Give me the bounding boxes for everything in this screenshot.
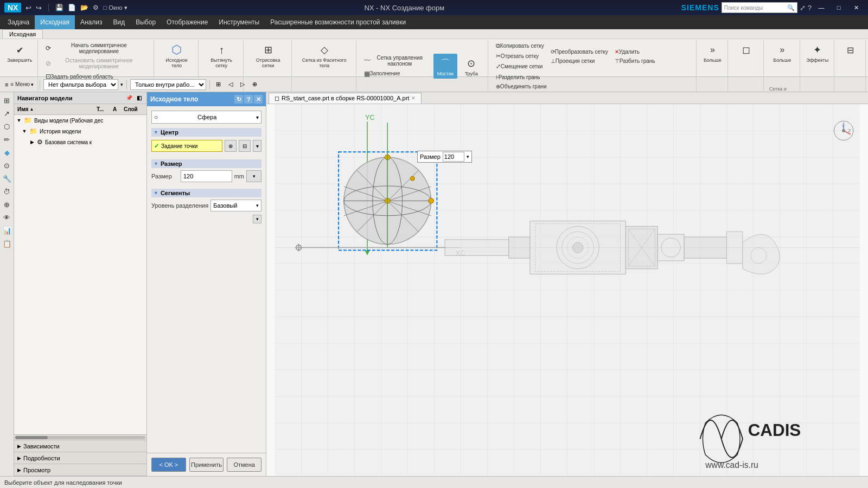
point-selector-button[interactable]: ⊕ (225, 140, 237, 152)
sidebar-icon-4[interactable]: ✏ (1, 133, 13, 145)
maximize-button[interactable]: □ (831, 2, 846, 13)
nav-item-history[interactable]: ▼ 📁 История модели (14, 126, 146, 137)
segments-section-header[interactable]: ▼ Сегменты (151, 189, 261, 197)
dialog-close-button[interactable]: ✕ (254, 95, 263, 104)
menu-task[interactable]: Задача (2, 15, 35, 29)
extrude-button[interactable]: ↑ Вытянуть сетку (204, 41, 239, 69)
ok-button[interactable]: < OK > (151, 458, 186, 472)
menu-select[interactable]: Выбор (130, 15, 161, 29)
apply-button[interactable]: Применить (189, 458, 224, 472)
tb-icon-2[interactable]: ◁ (226, 79, 235, 90)
effects-button[interactable]: ✦ Эффекты (804, 41, 831, 64)
size-dropdown-icon[interactable]: ▾ (467, 154, 469, 159)
division-dropdown[interactable]: Базовый ▾ (210, 200, 261, 211)
sidebar-icon-6[interactable]: ⊙ (1, 159, 13, 171)
sidebar-icon-8[interactable]: ⏱ (1, 185, 13, 197)
construction-button[interactable]: ◻ (734, 41, 758, 59)
type-dropdown[interactable]: ○ Сфера ▾ (151, 111, 261, 124)
sidebar-icon-12[interactable]: 📋 (1, 237, 13, 249)
tb-icon-3[interactable]: ▷ (238, 79, 247, 90)
expand-icon[interactable]: ⤢ (800, 4, 806, 12)
draw-mesh-button[interactable]: ⊞ Отрисовка сетки (249, 41, 286, 69)
sidebar-icon-11[interactable]: 📊 (1, 224, 13, 236)
center-section-header[interactable]: ▼ Центр (151, 128, 261, 137)
split-edge-button[interactable]: ⊤ Разбить грань (612, 57, 658, 65)
point-task-input[interactable]: ✓ Задание точки (151, 140, 222, 152)
options-icon[interactable]: ⚙ (93, 4, 99, 11)
redo-icon[interactable]: ↪ (36, 4, 42, 12)
param-button[interactable]: ⊟ (838, 41, 862, 59)
open-icon[interactable]: 📂 (80, 4, 88, 11)
sidebar-icon-9[interactable]: ⊕ (1, 198, 13, 210)
minimize-button[interactable]: — (814, 2, 829, 13)
project-mesh-button[interactable]: ⊥ Проекция сетки (548, 57, 610, 65)
menu-analysis[interactable]: Анализ (75, 15, 108, 29)
menu-button[interactable]: ≡ ≡ Меню ▾ (2, 79, 36, 90)
finish-button[interactable]: ✔ Завершить (5, 41, 34, 64)
nav-item-views[interactable]: ▼ 📁 Виды модели (Рабочая дес (14, 115, 146, 126)
more-mesh-button[interactable]: » Больше (770, 41, 794, 64)
dialog-help-button[interactable]: ? (244, 95, 253, 104)
nav-scrollbar[interactable] (14, 434, 146, 440)
sidebar-icon-10[interactable]: 👁 (1, 211, 13, 223)
dialog-refresh-button[interactable]: ↻ (234, 95, 243, 104)
sidebar-icon-2[interactable]: ↗ (1, 107, 13, 119)
split-face-button[interactable]: ⊦ Разделить грань (494, 73, 549, 81)
nav-col-name[interactable]: Имя ▲ (16, 106, 95, 112)
nav-col-layer[interactable]: Слой (123, 106, 144, 112)
menu-advanced[interactable]: Расширенные возможности простой заливки (265, 15, 411, 29)
menu-display[interactable]: Отображение (161, 15, 213, 29)
tb-icon-4[interactable]: ⊕ (250, 79, 260, 90)
filter-select[interactable]: Нет фильтра выбора (43, 79, 118, 90)
shift-mesh-button[interactable]: ⤢ Смещение сетки (494, 62, 546, 71)
save-icon[interactable]: 💾 (55, 4, 63, 11)
size-section-header[interactable]: ▼ Размер (151, 159, 261, 168)
sidebar-icon-1[interactable]: ⊞ (1, 94, 13, 106)
transform-mesh-button[interactable]: ⟳ Преобразовать сетку (548, 48, 610, 56)
size-input[interactable] (181, 170, 232, 182)
undo-icon[interactable]: ↩ (25, 4, 31, 12)
new-icon[interactable]: 📄 (68, 4, 76, 11)
fillup-button[interactable]: ▦ Заполнение (362, 69, 431, 79)
sidebar-icon-7[interactable]: 🔧 (1, 172, 13, 184)
workarea-select[interactable]: Только внутри рабо... (130, 79, 206, 90)
size-unit-dropdown[interactable]: ▾ (246, 170, 261, 182)
size-input-field[interactable] (443, 152, 464, 162)
point-arrow-button[interactable]: ▾ (253, 140, 261, 152)
nav-item-base[interactable]: ▶ ⚙ Базовая система к (14, 137, 146, 147)
help-icon[interactable]: ? (808, 4, 812, 12)
sidebar-icon-5[interactable]: ◆ (1, 146, 13, 158)
nav-section-preview[interactable]: ▶ Просмотр (14, 464, 146, 476)
nav-section-details[interactable]: ▶ Подробности (14, 452, 146, 464)
source-body-button[interactable]: ⬡ Исходное тело (159, 41, 194, 69)
delete-button[interactable]: ✕ Удалить (612, 48, 658, 56)
search-box[interactable]: Поиск команды 🔍 (722, 2, 797, 13)
tb-icon-1[interactable]: ⊞ (213, 79, 224, 90)
stop-symmetry-button[interactable]: ⊘ Остановить симметричное моделирование (43, 56, 150, 70)
menu-source[interactable]: Исходная (35, 15, 75, 29)
viewport-size-input[interactable]: Размер ▾ (417, 151, 472, 163)
point-options-button[interactable]: ⊟ (239, 140, 251, 152)
segments-more-button[interactable]: ▾ (253, 215, 261, 223)
copy-mesh-button[interactable]: ⧉ Копировать сетку (494, 41, 546, 50)
nav-pin-button[interactable]: 📌 (125, 94, 133, 102)
close-button[interactable]: ✕ (848, 2, 864, 13)
start-symmetry-button[interactable]: ⟳ Начать симметричное моделирование (43, 41, 150, 55)
more-poly-button[interactable]: » Больше (700, 41, 724, 64)
facet-mesh-button[interactable]: ◇ Сетка из Фасетного тела (297, 41, 352, 69)
tab-close-icon[interactable]: ✕ (411, 95, 416, 101)
nav-col-a[interactable]: А (112, 106, 123, 112)
nav-col-t[interactable]: T... (95, 106, 112, 112)
nav-section-dependencies[interactable]: ▶ Зависимости (14, 440, 146, 452)
menu-view[interactable]: Вид (107, 15, 130, 29)
merge-faces-button[interactable]: ⊕ Объединить грани (494, 82, 549, 91)
cancel-button[interactable]: Отмена (227, 458, 261, 472)
viewport-tab[interactable]: ◻ RS_start_case.prt в сборке RS-00001000… (269, 93, 422, 104)
bridge-button[interactable]: ⌒ Мостик (433, 54, 457, 79)
nav-collapse-button[interactable]: ◧ (135, 94, 143, 102)
tube-button[interactable]: ⊙ Труба (459, 55, 483, 78)
cut-mesh-button[interactable]: ✂ Отрезать сетку (494, 52, 546, 61)
window-icon[interactable]: □ Окно ▾ (103, 4, 127, 11)
sidebar-icon-3[interactable]: ⬡ (1, 120, 13, 132)
menu-tools[interactable]: Инструменты (213, 15, 265, 29)
